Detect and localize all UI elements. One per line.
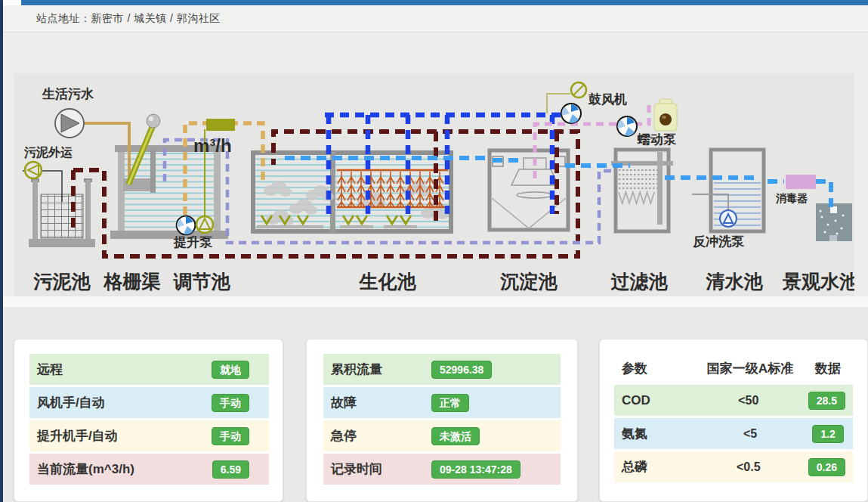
status-badge: 手动 — [212, 427, 249, 445]
column-header-standard: 国家一级A标准 — [690, 360, 811, 377]
label-peristaltic-pump: 蠕动泵 — [637, 132, 677, 147]
param-standard: <50 — [689, 394, 808, 407]
filter-pool-tank — [611, 150, 673, 231]
row-label: 记录时间 — [331, 460, 431, 478]
label-pool-sedimentation: 沉淀池 — [500, 271, 558, 292]
label-flow-unit: m³/h — [193, 135, 232, 156]
status-badge: 52996.38 — [431, 361, 492, 379]
table-row-total-flow: 累积流量 52996.38 — [323, 354, 561, 385]
page-header: 站点地址：新密市 / 城关镇 / 郭沟社区 — [3, 5, 868, 33]
status-badge: 正常 — [431, 394, 469, 412]
label-pool-regulating: 调节池 — [173, 271, 231, 292]
status-panel-card: 累积流量 52996.38 故障 正常 急停 未激活 记录时间 09-28 13… — [306, 339, 578, 502]
label-backwash-pump: 反冲洗泵 — [692, 234, 745, 249]
value-badge: 0.26 — [808, 458, 845, 476]
landscape-pool-tank — [816, 203, 852, 241]
table-row-fan-mode: 风机手/自动 手动 — [29, 387, 269, 418]
label-lift-pump: 提升泵 — [173, 235, 213, 249]
flow-meter-box — [206, 119, 235, 131]
row-label: 累积流量 — [331, 361, 431, 378]
row-label: 故障 — [331, 394, 431, 411]
table-row-fault: 故障 正常 — [323, 387, 561, 418]
process-flow-diagram: 生活污水 污泥外运 提升泵 m³/h 鼓风机 蠕动泵 消毒器 反冲洗泵 污泥池 … — [14, 73, 854, 296]
label-inflow: 生活污水 — [42, 87, 94, 101]
left-accent-bar — [0, 0, 3, 502]
table-row-cod: COD <50 28.5 — [614, 385, 853, 416]
value-badge: 1.2 — [812, 425, 843, 443]
param-standard: <5 — [690, 427, 811, 441]
status-badge: 未激活 — [431, 427, 480, 445]
dosing-fan-icon — [617, 116, 637, 136]
row-label: 风机手/自动 — [37, 394, 212, 411]
param-name: COD — [622, 393, 689, 408]
param-standard: <0.5 — [689, 460, 808, 474]
label-sludge-out: 污泥外运 — [23, 146, 73, 159]
row-label: 提升机手/自动 — [37, 427, 212, 445]
site-address-breadcrumb: 站点地址：新密市 / 城关镇 / 郭沟社区 — [36, 12, 221, 26]
table-row-current-flow: 当前流量(m^3/h) 6.59 — [29, 454, 269, 485]
param-name: 总磷 — [622, 458, 689, 476]
status-badge: 09-28 13:47:28 — [431, 460, 520, 479]
label-pool-biochemical: 生化池 — [359, 271, 417, 292]
lift-pump-valve-icon — [196, 216, 213, 233]
row-label: 远程 — [37, 361, 212, 378]
label-disinfector: 消毒器 — [775, 192, 808, 204]
value-badge: 28.5 — [808, 392, 845, 410]
table-row-remote: 远程 就地 — [29, 354, 269, 385]
row-label: 急停 — [331, 427, 431, 445]
process-diagram-panel: 生活污水 污泥外运 提升泵 m³/h 鼓风机 蠕动泵 消毒器 反冲洗泵 污泥池 … — [14, 73, 854, 296]
diagram-bottom-strip — [3, 296, 868, 307]
column-header-data: 数据 — [811, 360, 845, 377]
table-row-record-time: 记录时间 09-28 13:47:28 — [323, 454, 561, 485]
table-row-phosphorus: 总磷 <0.5 0.26 — [614, 451, 853, 482]
label-pool-grid-channel: 格栅渠 — [103, 271, 161, 292]
top-accent-bar — [21, 0, 868, 5]
status-badge: 6.59 — [212, 460, 249, 479]
blower-valve-icon — [571, 82, 586, 98]
biochemical-pool-tank — [253, 152, 451, 232]
label-pool-landscape: 景观水池 — [782, 271, 854, 292]
quality-header-row: 参数 国家一级A标准 数据 — [614, 354, 853, 383]
table-row-lift-mode: 提升机手/自动 手动 — [29, 420, 269, 451]
param-name: 氨氮 — [622, 425, 690, 442]
peristaltic-pump-device — [654, 99, 677, 131]
label-pool-filter: 过滤池 — [611, 271, 669, 292]
table-row-estop: 急停 未激活 — [323, 420, 561, 451]
label-blower: 鼓风机 — [588, 92, 627, 107]
backwash-pump-icon — [720, 210, 737, 227]
label-pool-sludge: 污泥池 — [33, 271, 91, 292]
inflow-pump-icon — [55, 109, 84, 138]
label-pool-clean-water: 清水池 — [706, 271, 764, 292]
water-quality-panel-card: 参数 国家一级A标准 数据 COD <50 28.5 氨氮 <5 1.2 总磷 … — [599, 339, 868, 502]
lift-pump-fan-icon — [177, 216, 196, 235]
status-badge: 手动 — [212, 394, 249, 412]
status-badge: 就地 — [212, 361, 249, 379]
top-corner-gap — [3, 0, 21, 5]
row-label: 当前流量(m^3/h) — [37, 460, 212, 478]
column-header-param: 参数 — [622, 360, 690, 377]
sludge-valve-icon — [25, 162, 42, 178]
disinfector-box — [786, 175, 816, 189]
blower-fan-icon — [561, 104, 581, 123]
control-panel-card: 远程 就地 风机手/自动 手动 提升机手/自动 手动 当前流量(m^3/h) 6… — [14, 339, 283, 502]
table-row-ammonia: 氨氮 <5 1.2 — [614, 418, 853, 449]
